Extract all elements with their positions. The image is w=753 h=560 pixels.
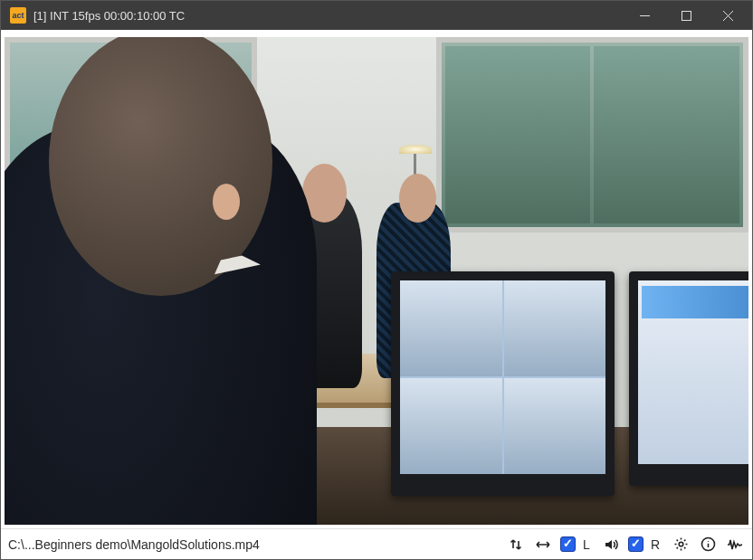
window-title: [1] INT 15fps 00:00:10:00 TC [33, 9, 624, 23]
speaker-button[interactable] [601, 535, 621, 555]
titlebar[interactable]: act [1] INT 15fps 00:00:10:00 TC [1, 1, 752, 30]
speaker-icon [604, 537, 618, 552]
video-content [5, 37, 748, 525]
sort-button[interactable] [506, 535, 526, 555]
svg-point-1 [679, 542, 683, 546]
expand-horizontal-icon [535, 537, 551, 552]
maximize-icon [682, 11, 691, 21]
gear-icon [673, 536, 689, 552]
left-channel-label: L [583, 537, 590, 552]
waveform-button[interactable] [725, 535, 745, 555]
sort-updown-icon [509, 537, 523, 552]
video-frame[interactable] [5, 37, 748, 525]
close-button[interactable] [707, 1, 748, 30]
minimize-icon [640, 11, 650, 21]
video-player-window: act [1] INT 15fps 00:00:10:00 TC [0, 0, 753, 560]
file-path: C:\...Beginners demo\MangoldSolutions.mp… [8, 537, 499, 552]
minimize-button[interactable] [624, 1, 665, 30]
settings-button[interactable] [671, 535, 691, 555]
left-channel-checkbox[interactable] [560, 536, 576, 552]
statusbar: C:\...Beginners demo\MangoldSolutions.mp… [1, 528, 752, 559]
svg-point-3 [707, 541, 708, 542]
video-area [1, 30, 752, 528]
maximize-button[interactable] [665, 1, 707, 30]
close-icon [723, 11, 733, 21]
app-icon: act [10, 7, 26, 24]
expand-button[interactable] [533, 535, 553, 555]
right-channel-label: R [651, 537, 660, 552]
svg-rect-0 [682, 11, 691, 20]
waveform-icon [727, 537, 743, 552]
right-channel-checkbox[interactable] [628, 536, 643, 552]
info-icon [701, 536, 716, 552]
info-button[interactable] [698, 535, 718, 555]
